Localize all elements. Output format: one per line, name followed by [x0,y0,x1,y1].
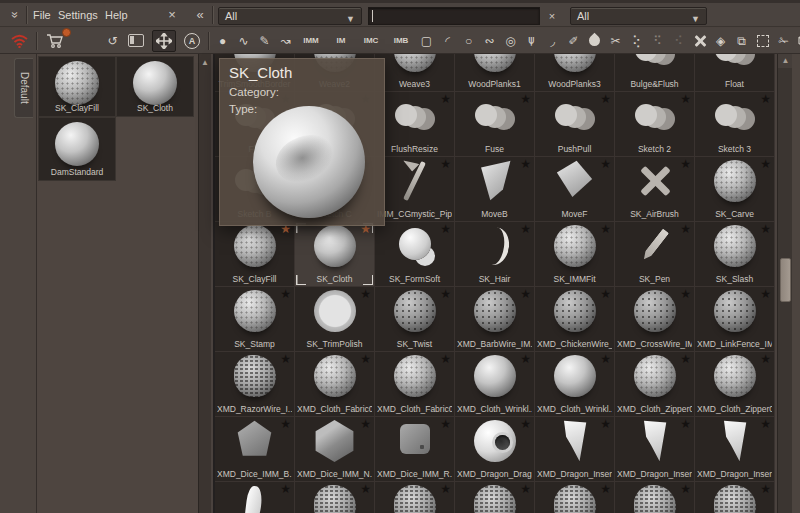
brush-cell[interactable]: Weave3 [375,54,455,92]
arc-filter-icon[interactable]: ◜ [440,32,455,50]
double-circle-filter-icon[interactable]: ◎ [503,32,518,50]
brush-cell[interactable]: ★SK_ClayFill [215,222,295,287]
brush-cell[interactable]: ★XMD_Dragon_Inser... [695,417,775,482]
favorite-star-icon[interactable]: ★ [760,353,771,365]
scroll-up-icon[interactable]: ▲ [778,54,793,68]
brush-cell[interactable]: ★XMD_Cloth_Wrinkl... [535,352,615,417]
search-input[interactable] [368,7,540,25]
layout-panel-icon[interactable] [126,32,146,50]
favorite-star-icon[interactable]: ★ [680,483,691,495]
favorite-star-icon[interactable]: ★ [280,418,291,430]
menu-help[interactable]: Help [101,3,132,27]
wifi-status-icon[interactable] [8,32,30,50]
paintbrush-filter-icon[interactable]: ✐ [566,32,581,50]
tab-default-palette[interactable]: Default [14,58,33,118]
menu-file[interactable]: File [29,3,55,27]
favorite-star-icon[interactable]: ★ [760,288,771,300]
brush-cell[interactable]: ★FlushResize [375,92,455,157]
brush-cell[interactable]: ★ [215,482,295,513]
brush-cell[interactable]: ★XMD_Dragon_Inser... [535,417,615,482]
favorite-star-icon[interactable]: ★ [440,158,451,170]
favorite-star-icon[interactable]: ★ [520,93,531,105]
type-filter-dropdown[interactable]: All ▼ [570,7,707,25]
favorite-star-icon[interactable]: ★ [600,93,611,105]
favorite-star-icon[interactable]: ★ [680,158,691,170]
brush-cell[interactable]: ★ [695,482,775,513]
favorite-star-icon[interactable]: ★ [440,93,451,105]
ribbon-filter-icon[interactable]: ∾ [482,32,497,50]
brush-cell[interactable]: ★XMD_Cloth_Fabric01 [295,352,375,417]
menu-settings[interactable]: Settings [54,3,102,27]
quick-pick-brush-cell[interactable]: SK_ClayFill [38,56,116,117]
favorite-star-icon[interactable]: ★ [440,223,451,235]
favorite-star-icon[interactable]: ★ [440,288,451,300]
brush-cell[interactable]: ★PushPull [535,92,615,157]
favorite-star-icon[interactable]: ★ [600,288,611,300]
favorite-star-icon[interactable]: ★ [600,223,611,235]
brush-cell[interactable]: ★Fuse [455,92,535,157]
favorite-star-icon[interactable]: ★ [680,418,691,430]
brush-cell[interactable]: ★XMD_Dragon_Drag... [455,417,535,482]
slice-filter-icon[interactable]: ✁ [776,32,791,50]
brush-cell[interactable]: ★SK_FormSoft [375,222,455,287]
brush-cell[interactable]: ★XMD_Dragon_Inser... [615,417,695,482]
curve-nodes-filter-icon[interactable]: ↝ [278,32,293,50]
brush-cell[interactable]: Float [695,54,775,92]
brush-cell[interactable]: ★XMD_Dice_IMM_B... [215,417,295,482]
auto-icon[interactable]: A [182,32,202,50]
favorite-star-icon[interactable]: ★ [440,353,451,365]
favorite-star-icon[interactable]: ★ [600,483,611,495]
brush-cell[interactable]: WoodPlanks1 [455,54,535,92]
faded-dots-filter-icon[interactable]: ⠫ [650,32,665,50]
cart-icon[interactable] [43,32,67,50]
favorite-star-icon[interactable]: ★ [440,483,451,495]
scissors-filter-icon[interactable]: ✂ [608,32,623,50]
favorite-star-icon[interactable]: ★ [520,288,531,300]
collapse-panel-icon[interactable]: « [4,3,24,27]
brush-cell[interactable]: ★XMD_Cloth_Zipper01 [615,352,695,417]
favorite-star-icon[interactable]: ★ [360,483,371,495]
brush-cell[interactable]: ★SK_IMMFit [535,222,615,287]
favorite-star-icon[interactable]: ★ [760,158,771,170]
brush-cell[interactable]: ★XMD_Dice_IMM_N... [295,417,375,482]
quick-pick-brush-cell[interactable]: SK_Cloth [116,56,194,117]
favorite-star-icon[interactable]: ★ [680,353,691,365]
brush-cell[interactable]: ★XMD_Dice_IMM_R... [375,417,455,482]
category-filter-dropdown[interactable]: All ▼ [218,7,362,25]
brush-cell[interactable]: ★ [535,482,615,513]
refresh-icon[interactable]: ↺ [105,32,120,50]
brush-cell[interactable]: ★SK_Pen [615,222,695,287]
favorite-star-icon[interactable]: ★ [760,223,771,235]
brush-cell[interactable]: ★XMD_Cloth_Zipper02 [695,352,775,417]
brush-cell[interactable]: ★XMD_CrossWire_IM... [615,287,695,352]
favorite-star-icon[interactable]: ★ [520,483,531,495]
im-filter-icon[interactable]: IM [329,32,353,50]
favorite-star-icon[interactable]: ★ [600,418,611,430]
favorite-star-icon[interactable]: ★ [360,353,371,365]
stroke-curve-filter-icon[interactable]: ∿ [236,32,251,50]
brush-cell[interactable]: ★SK_Twist [375,287,455,352]
clear-search-icon[interactable]: × [544,7,560,25]
imc-filter-icon[interactable]: IMC [359,32,383,50]
brush-cell[interactable]: ★XMD_BarbWire_IM... [455,287,535,352]
favorite-star-icon[interactable]: ★ [680,288,691,300]
brush-cell[interactable]: ★XMD_RazorWire_I... [215,352,295,417]
scroll-up-icon[interactable]: ▲ [201,58,209,67]
circle-filter-icon[interactable]: ○ [461,32,476,50]
gem-filter-icon[interactable]: ◈ [713,32,728,50]
favorite-star-icon[interactable]: ★ [360,418,371,430]
favorite-star-icon[interactable]: ★ [280,288,291,300]
favorite-star-icon[interactable]: ★ [440,418,451,430]
droplet-filter-icon[interactable] [587,32,602,50]
favorite-star-icon[interactable]: ★ [520,418,531,430]
brush-cell[interactable]: ★XMD_Cloth_Fabric02 [375,352,455,417]
brush-cell[interactable]: ★SK_Slash [695,222,775,287]
small-curve-filter-icon[interactable]: ◞ [545,32,560,50]
move-tool-icon[interactable] [152,30,176,52]
favorite-star-icon[interactable]: ★ [760,93,771,105]
brush-cell[interactable]: ★ [615,482,695,513]
favorite-star-icon[interactable]: ★ [680,223,691,235]
brush-cell[interactable]: ★SK_AirBrush [615,157,695,222]
collapse-left-icon[interactable]: « [191,3,209,27]
favorite-star-icon[interactable]: ★ [520,158,531,170]
